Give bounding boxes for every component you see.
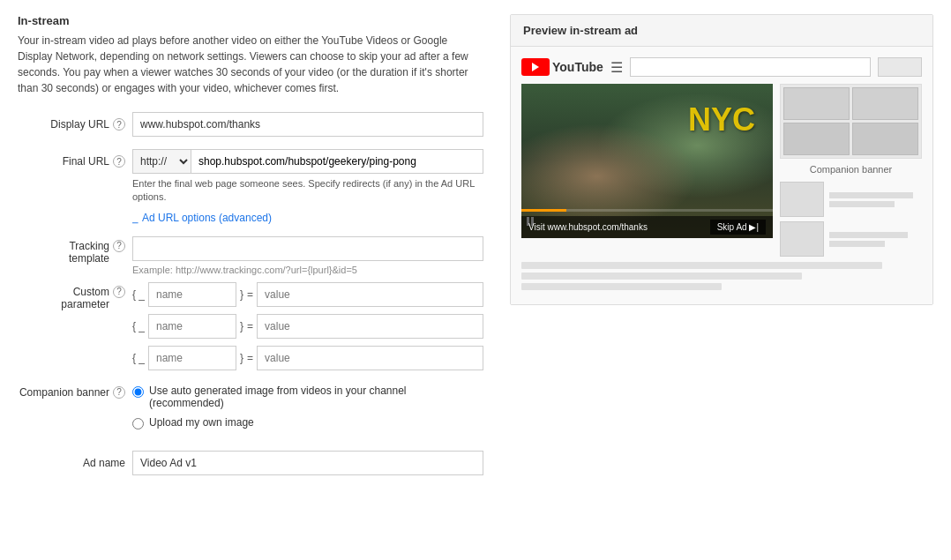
- content-strip-text-2: [829, 221, 922, 257]
- param-name-3[interactable]: [148, 346, 236, 370]
- display-url-row: Display URL ?: [18, 112, 483, 137]
- tracking-example: Example: http://www.trackingc.com/?url={…: [132, 265, 483, 275]
- param-equals-1: =: [247, 288, 253, 301]
- skip-ad-button[interactable]: Skip Ad ▶|: [710, 220, 766, 235]
- final-url-label: Final URL ?: [18, 155, 132, 168]
- youtube-search-bar[interactable]: [630, 57, 871, 77]
- tracking-template-help-icon[interactable]: ?: [113, 240, 125, 252]
- preview-bottom-strips: [521, 262, 922, 290]
- companion-thumb-2: [852, 87, 918, 120]
- display-url-label: Display URL ?: [18, 118, 132, 131]
- content-thumb-2: [780, 221, 824, 257]
- display-url-help-icon[interactable]: ?: [113, 118, 125, 131]
- param-equals-3: =: [247, 352, 253, 364]
- strip-1: [829, 192, 913, 198]
- bottom-strip-3: [521, 283, 722, 290]
- preview-video-area: NYC: [521, 84, 922, 257]
- param-brace-open-3: { _: [132, 352, 145, 364]
- bottom-strip-1: [521, 262, 882, 269]
- youtube-menu-icon[interactable]: ☰: [610, 59, 623, 76]
- content-strip-row-1: [780, 182, 922, 217]
- tracking-template-input[interactable]: [132, 236, 483, 261]
- companion-radio-1[interactable]: [132, 386, 144, 398]
- section-title: In-stream: [18, 14, 483, 27]
- companion-banner-grid: [781, 85, 921, 158]
- collapse-icon: ⎯: [132, 213, 139, 223]
- left-panel: In-stream Your in-stream video ad plays …: [18, 14, 483, 488]
- final-url-input[interactable]: [191, 149, 483, 174]
- final-url-help-icon[interactable]: ?: [113, 155, 125, 168]
- youtube-browser-bar: YouTube ☰: [521, 57, 922, 77]
- param-brace-open-2: { _: [132, 320, 145, 332]
- companion-banner-box: [780, 84, 922, 159]
- param-value-2[interactable]: [257, 314, 483, 339]
- param-brace-close-2: }: [240, 320, 243, 332]
- youtube-play-triangle: [532, 63, 539, 71]
- content-thumb-1: [780, 182, 824, 217]
- video-progress-bg: [521, 209, 773, 212]
- display-url-input[interactable]: [132, 112, 483, 137]
- companion-option-1[interactable]: Use auto generated image from videos in …: [132, 385, 483, 409]
- video-overlay: Visit www.hubspot.com/thanks Skip Ad ▶|: [521, 216, 773, 238]
- custom-param-label: Customparameter ?: [18, 282, 132, 310]
- companion-thumb-4: [852, 123, 918, 155]
- final-url-input-group: http:// https://: [132, 149, 483, 174]
- section-description: Your in-stream video ad plays before ano…: [18, 33, 483, 96]
- youtube-logo-red: [521, 58, 550, 76]
- companion-options: Use auto generated image from videos in …: [132, 385, 483, 437]
- final-url-row: Final URL ? http:// https://: [18, 149, 483, 174]
- companion-section: Companion banner: [780, 84, 922, 257]
- custom-param-row: Customparameter ? { _ } = { _ } =: [18, 282, 483, 377]
- right-panel: Preview in-stream ad YouTube ☰: [510, 14, 933, 488]
- tracking-field-area: Example: http://www.trackingc.com/?url={…: [132, 236, 483, 275]
- ad-name-label: Ad name: [18, 457, 132, 469]
- companion-banner-row: Companion banner ? Use auto generated im…: [18, 385, 483, 437]
- tracking-template-label: Trackingtemplate ?: [18, 236, 132, 265]
- content-strip-text-1: [829, 182, 922, 217]
- companion-thumb-3: [783, 123, 850, 155]
- companion-thumb-1: [783, 87, 850, 120]
- param-value-1[interactable]: [257, 282, 483, 307]
- param-name-1[interactable]: [148, 282, 236, 307]
- content-strip-row-2: [780, 221, 922, 257]
- youtube-search-button[interactable]: [878, 57, 922, 77]
- tracking-template-row: Trackingtemplate ? Example: http://www.t…: [18, 236, 483, 275]
- youtube-text: YouTube: [552, 60, 603, 74]
- companion-banner-help-icon[interactable]: ?: [113, 386, 125, 399]
- param-brace-close-1: }: [240, 288, 243, 301]
- companion-option-2[interactable]: Upload my own image: [132, 416, 483, 429]
- companion-radio-2[interactable]: [132, 418, 144, 429]
- strip-3: [829, 232, 908, 238]
- custom-param-help-icon[interactable]: ?: [113, 286, 125, 298]
- visit-url-text: Visit www.hubspot.com/thanks: [528, 222, 648, 232]
- preview-panel: Preview in-stream ad YouTube ☰: [510, 14, 933, 305]
- video-player: NYC: [521, 84, 773, 238]
- ad-name-row: Ad name: [18, 451, 483, 475]
- param-name-2[interactable]: [148, 314, 236, 339]
- param-value-3[interactable]: [257, 346, 483, 370]
- preview-title: Preview in-stream ad: [511, 15, 932, 47]
- ad-name-input[interactable]: [132, 451, 483, 475]
- ad-url-options-link[interactable]: ⎯ Ad URL options (advanced): [132, 212, 483, 224]
- param-row-1: { _ } =: [132, 282, 483, 307]
- final-url-hint: Enter the final web page someone sees. S…: [132, 177, 483, 205]
- bottom-strip-2: [521, 273, 802, 280]
- companion-banner-label: Companion banner ?: [18, 385, 132, 399]
- param-equals-2: =: [247, 320, 253, 332]
- video-thumbnail: NYC: [521, 84, 773, 238]
- video-nyc-text: NYC: [688, 101, 755, 138]
- param-row-3: { _ } =: [132, 346, 483, 370]
- param-brace-open-1: { _: [132, 288, 145, 301]
- custom-param-fields: { _ } = { _ } = { _ }: [132, 282, 483, 377]
- video-progress-fill: [521, 209, 566, 212]
- strip-4: [829, 241, 885, 247]
- youtube-logo: YouTube: [521, 58, 603, 76]
- param-row-2: { _ } =: [132, 314, 483, 339]
- companion-banner-preview-label: Companion banner: [780, 164, 922, 175]
- url-protocol-select[interactable]: http:// https://: [132, 149, 191, 174]
- param-brace-close-3: }: [240, 352, 243, 364]
- preview-content: YouTube ☰ NYC: [511, 47, 932, 304]
- strip-2: [829, 201, 895, 207]
